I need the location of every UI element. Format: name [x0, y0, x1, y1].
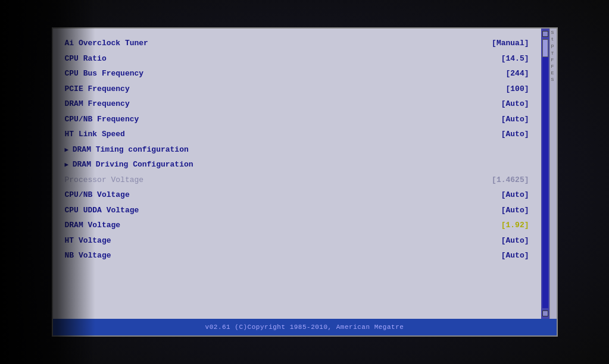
menu-label: DRAM Timing configuration: [65, 144, 189, 156]
menu-row[interactable]: HT Voltage[Auto]: [65, 233, 529, 249]
bios-scrollbar[interactable]: [541, 29, 549, 319]
menu-label: HT Voltage: [65, 235, 111, 247]
bios-right-hints: StpTFFES: [549, 29, 557, 319]
menu-value: [Auto]: [501, 189, 529, 201]
menu-row[interactable]: CPU/NB Frequency[Auto]: [65, 112, 529, 127]
menu-value: [Auto]: [501, 128, 529, 140]
menu-value: [Auto]: [501, 114, 529, 125]
bios-copyright: v02.61 (C)Copyright 1985-2010, American …: [205, 324, 404, 331]
menu-row[interactable]: DRAM Driving Configuration: [65, 157, 529, 172]
menu-value: [Auto]: [501, 205, 529, 216]
menu-label: PCIE Frequency: [65, 83, 130, 95]
menu-row[interactable]: DRAM Voltage[1.92]: [65, 218, 529, 233]
right-panel-letter: t: [551, 36, 555, 42]
right-panel-letter: E: [551, 70, 555, 76]
bios-screen: Ai Overclock Tuner[Manual]CPU Ratio[14.5…: [52, 27, 558, 337]
right-panel-letter: p: [551, 43, 555, 48]
menu-label: DRAM Driving Configuration: [65, 159, 193, 171]
screen-container: Ai Overclock Tuner[Manual]CPU Ratio[14.5…: [0, 0, 609, 364]
scrollbar-track: [542, 39, 548, 308]
right-panel-letter: T: [551, 51, 555, 56]
menu-label: CPU/NB Frequency: [65, 114, 139, 125]
menu-row[interactable]: DRAM Frequency[Auto]: [65, 96, 529, 112]
scrollbar-down-arrow[interactable]: [542, 310, 548, 316]
right-panel-letter: S: [551, 30, 555, 35]
menu-row[interactable]: Processor Voltage[1.4625]: [65, 172, 529, 188]
menu-row[interactable]: Ai Overclock Tuner[Manual]: [65, 36, 529, 51]
menu-value: [Auto]: [501, 98, 529, 110]
right-panel-letter: F: [551, 57, 555, 62]
menu-value: [244]: [505, 68, 529, 80]
menu-row[interactable]: CPU Bus Frequency[244]: [65, 66, 529, 81]
right-panel-letter: S: [551, 77, 555, 82]
scrollbar-thumb[interactable]: [542, 39, 548, 57]
bios-footer: v02.61 (C)Copyright 1985-2010, American …: [53, 319, 557, 335]
menu-row[interactable]: CPU Ratio[14.5]: [65, 51, 529, 67]
menu-row[interactable]: CPU UDDA Voltage[Auto]: [65, 203, 529, 218]
menu-label: CPU/NB Voltage: [65, 189, 130, 201]
menu-value: [1.4625]: [492, 174, 529, 186]
menu-row[interactable]: NB Voltage[Auto]: [65, 248, 529, 263]
menu-value: [Auto]: [501, 235, 529, 247]
menu-value: [1.92]: [501, 219, 529, 231]
bios-menu-panel: Ai Overclock Tuner[Manual]CPU Ratio[14.5…: [53, 29, 541, 319]
menu-row[interactable]: PCIE Frequency[100]: [65, 81, 529, 97]
menu-row[interactable]: HT Link Speed[Auto]: [65, 127, 529, 142]
menu-value: [Manual]: [492, 37, 529, 49]
menu-label: Ai Overclock Tuner: [65, 37, 148, 49]
menu-label: Processor Voltage: [65, 174, 144, 186]
right-panel-letter: F: [551, 64, 555, 69]
menu-label: HT Link Speed: [65, 128, 125, 140]
menu-label: CPU Ratio: [65, 53, 107, 65]
menu-label: NB Voltage: [65, 250, 111, 262]
menu-value: [14.5]: [501, 53, 529, 65]
menu-row[interactable]: CPU/NB Voltage[Auto]: [65, 187, 529, 203]
bios-main: Ai Overclock Tuner[Manual]CPU Ratio[14.5…: [53, 29, 557, 319]
menu-row[interactable]: DRAM Timing configuration: [65, 142, 529, 158]
menu-label: DRAM Voltage: [65, 219, 121, 231]
menu-label: CPU UDDA Voltage: [65, 205, 139, 216]
menu-label: DRAM Frequency: [65, 98, 130, 110]
scrollbar-up-arrow[interactable]: [542, 31, 548, 37]
menu-value: [100]: [505, 83, 529, 95]
menu-label: CPU Bus Frequency: [65, 68, 144, 80]
menu-value: [Auto]: [501, 250, 529, 262]
